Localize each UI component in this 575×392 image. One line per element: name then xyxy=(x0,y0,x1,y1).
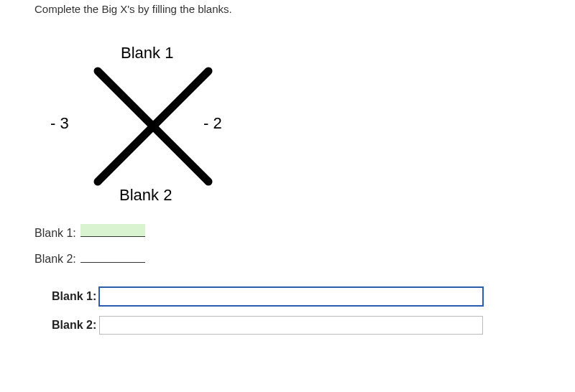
instruction-text: Complete the Big X's by filling the blan… xyxy=(34,3,540,15)
diagram-top-label: Blank 1 xyxy=(121,44,173,62)
blank2-underline[interactable] xyxy=(80,250,145,263)
x-shape-icon xyxy=(92,65,214,187)
answer-inputs-section: Blank 1: Blank 2: xyxy=(52,287,540,335)
big-x-diagram: Blank 1 - 3 - 2 Blank 2 xyxy=(42,35,257,204)
blank-line-2: Blank 2: xyxy=(34,250,540,266)
diagram-left-value: - 3 xyxy=(50,114,69,133)
blank1-label: Blank 1: xyxy=(34,227,79,240)
answer-row-1: Blank 1: xyxy=(52,287,540,306)
answer2-input[interactable] xyxy=(99,316,483,335)
answer1-label: Blank 1: xyxy=(52,290,99,303)
blank1-underline[interactable] xyxy=(80,224,145,237)
diagram-right-value: - 2 xyxy=(203,114,222,133)
answer1-input[interactable] xyxy=(99,287,483,306)
blank2-label: Blank 2: xyxy=(34,253,79,266)
blank-line-1: Blank 1: xyxy=(34,224,540,240)
answer-row-2: Blank 2: xyxy=(52,316,540,335)
diagram-bottom-label: Blank 2 xyxy=(119,186,172,205)
answer2-label: Blank 2: xyxy=(52,319,99,332)
fill-blanks-section: Blank 1: Blank 2: xyxy=(34,224,540,266)
